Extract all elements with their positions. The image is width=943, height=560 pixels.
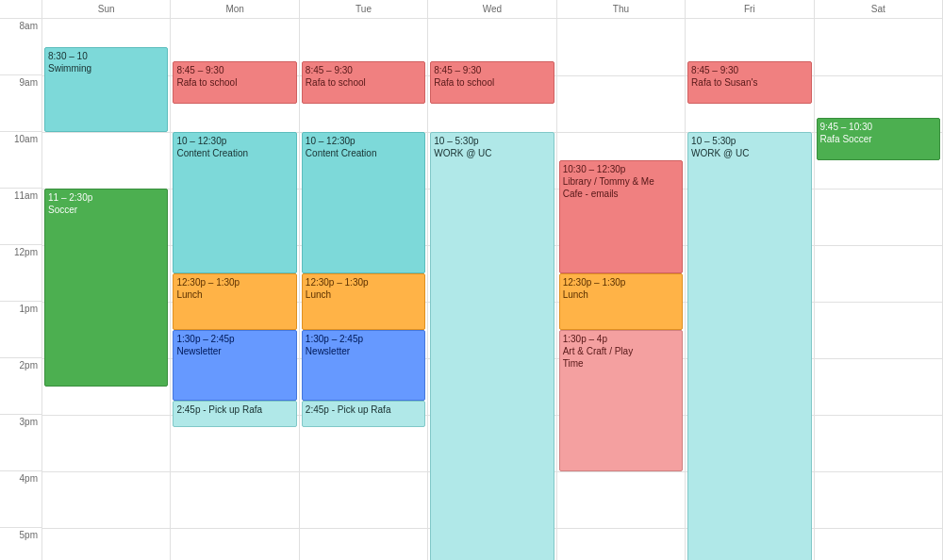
mon-lunch[interactable]: 12:30p – 1:30pLunch bbox=[173, 273, 296, 330]
friday-grid: 8:45 – 9:30Rafa to Susan's 10 – 5:30pWOR… bbox=[686, 19, 813, 560]
sunday-header: Sun bbox=[42, 0, 170, 19]
time-9am: 9am bbox=[0, 75, 41, 132]
day-saturday: Sat 9:45 – 10:30Rafa Soccer 6p - PIZZA /… bbox=[815, 0, 943, 560]
time-1pm: 1pm bbox=[0, 302, 41, 358]
mon-newsletter[interactable]: 1:30p – 2:45pNewsletter bbox=[173, 330, 296, 401]
thursday-header: Thu bbox=[557, 0, 685, 19]
day-friday: Fri 8:45 – 9:30Rafa to Susan's 10 – 5:30… bbox=[686, 0, 814, 560]
tue-content[interactable]: 10 – 12:30pContent Creation bbox=[302, 132, 425, 273]
friday-header: Fri bbox=[686, 0, 813, 19]
tue-lunch[interactable]: 12:30p – 1:30pLunch bbox=[302, 273, 425, 330]
day-sunday: Sun 8:30 – 10Swimming 11 – 2:30pS bbox=[42, 0, 171, 560]
time-3pm: 3pm bbox=[0, 415, 41, 471]
tuesday-grid: 8:45 – 9:30Rafa to school 10 – 12:30pCon… bbox=[300, 19, 427, 560]
wednesday-grid: 8:45 – 9:30Rafa to school 10 – 5:30pWORK… bbox=[428, 19, 555, 560]
time-8am: 8am bbox=[0, 19, 41, 75]
tue-pickup[interactable]: 2:45p - Pick up Rafa bbox=[302, 401, 425, 427]
saturday-header: Sat bbox=[815, 0, 942, 19]
thu-lunch[interactable]: 12:30p – 1:30pLunch bbox=[559, 273, 683, 330]
mon-content[interactable]: 10 – 12:30pContent Creation bbox=[173, 132, 296, 273]
day-thursday: Thu 10:30 – 12:30pLibrary / Tommy & MeCa… bbox=[557, 0, 686, 560]
wed-work[interactable]: 10 – 5:30pWORK @ UC bbox=[430, 132, 554, 560]
wed-school[interactable]: 8:45 – 9:30Rafa to school bbox=[430, 61, 554, 104]
fri-school[interactable]: 8:45 – 9:30Rafa to Susan's bbox=[687, 61, 811, 104]
time-11am: 11am bbox=[0, 189, 41, 245]
mon-pickup[interactable]: 2:45p - Pick up Rafa bbox=[173, 401, 296, 427]
thu-library[interactable]: 10:30 – 12:30pLibrary / Tommy & MeCafe -… bbox=[559, 160, 683, 273]
tue-newsletter[interactable]: 1:30p – 2:45pNewsletter bbox=[302, 330, 425, 401]
time-5pm: 5pm bbox=[0, 528, 41, 560]
day-monday: Mon 8:45 – 9:30Rafa to school 10 – 12:30… bbox=[171, 0, 299, 560]
thursday-grid: 10:30 – 12:30pLibrary / Tommy & MeCafe -… bbox=[557, 19, 685, 560]
time-4pm: 4pm bbox=[0, 471, 41, 528]
fri-work[interactable]: 10 – 5:30pWORK @ UC bbox=[687, 132, 811, 560]
wednesday-header: Wed bbox=[428, 0, 555, 19]
thu-art[interactable]: 1:30p – 4pArt & Craft / PlayTime bbox=[559, 330, 683, 471]
monday-header: Mon bbox=[171, 0, 298, 19]
time-12pm: 12pm bbox=[0, 245, 41, 302]
days-container: Sun 8:30 – 10Swimming 11 – 2:30pS bbox=[42, 0, 943, 560]
time-10am: 10am bbox=[0, 132, 41, 189]
mon-school[interactable]: 8:45 – 9:30Rafa to school bbox=[173, 61, 296, 104]
saturday-grid: 9:45 – 10:30Rafa Soccer 6p - PIZZA / PIE… bbox=[815, 19, 942, 560]
sun-soccer[interactable]: 11 – 2:30pSoccer bbox=[44, 189, 168, 387]
time-2pm: 2pm bbox=[0, 358, 41, 415]
time-column: 8am 9am 10am 11am 12pm 1pm 2pm 3pm 4pm 5… bbox=[0, 0, 42, 560]
day-tuesday: Tue 8:45 – 9:30Rafa to school 10 – 12:30… bbox=[300, 0, 428, 560]
sat-soccer[interactable]: 9:45 – 10:30Rafa Soccer bbox=[817, 118, 940, 160]
sun-swimming[interactable]: 8:30 – 10Swimming bbox=[44, 47, 168, 132]
sunday-grid: 8:30 – 10Swimming 11 – 2:30pSoccer 6p - … bbox=[42, 19, 170, 560]
tue-school[interactable]: 8:45 – 9:30Rafa to school bbox=[302, 61, 425, 104]
monday-grid: 8:45 – 9:30Rafa to school 10 – 12:30pCon… bbox=[171, 19, 298, 560]
time-header-empty bbox=[0, 0, 41, 19]
calendar: 8am 9am 10am 11am 12pm 1pm 2pm 3pm 4pm 5… bbox=[0, 0, 943, 560]
day-wednesday: Wed 8:45 – 9:30Rafa to school 10 – 5:30p… bbox=[428, 0, 556, 560]
tuesday-header: Tue bbox=[300, 0, 427, 19]
